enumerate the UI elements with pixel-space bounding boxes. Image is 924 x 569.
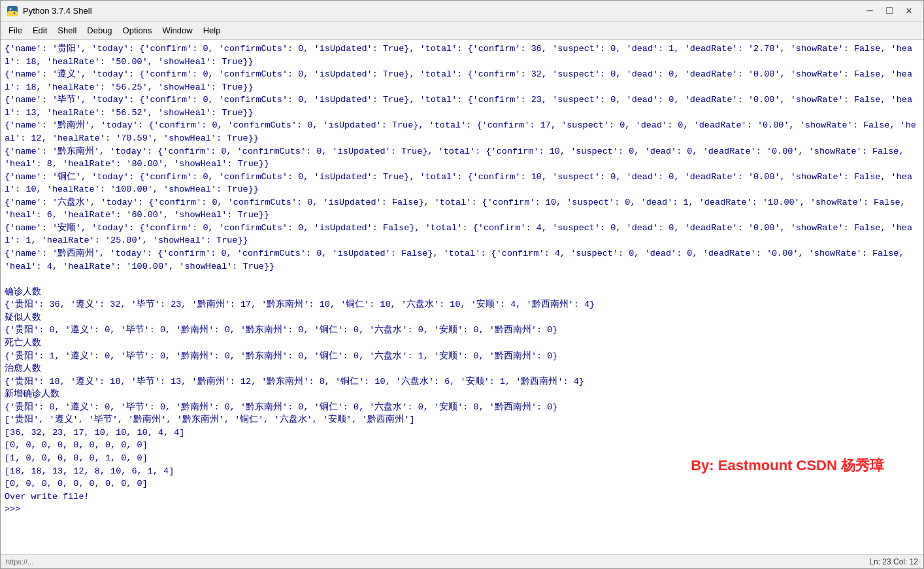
output-line: [0, 0, 0, 0, 0, 0, 0, 0, 0] bbox=[5, 439, 919, 452]
maximize-button[interactable]: □ bbox=[880, 2, 899, 20]
output-line: {'name': '黔南州', 'today': {'confirm': 0, … bbox=[5, 119, 919, 145]
menu-help[interactable]: Help bbox=[198, 24, 226, 37]
output-line: {'name': '毕节', 'today': {'confirm': 0, '… bbox=[5, 94, 919, 119]
menu-shell[interactable]: Shell bbox=[52, 24, 82, 37]
output-line: ['贵阳', '遵义', '毕节', '黔南州', '黔东南州', '铜仁', … bbox=[5, 413, 919, 426]
output-line: 确诊人数 bbox=[5, 286, 919, 299]
output-line: {'name': '铜仁', 'today': {'confirm': 0, '… bbox=[5, 171, 919, 196]
svg-rect-1 bbox=[7, 11, 18, 16]
output-line: >>> bbox=[5, 503, 919, 516]
menu-options[interactable]: Options bbox=[118, 24, 157, 37]
output-line: {'贵阳': 18, '遵义': 18, '毕节': 13, '黔南州': 12… bbox=[5, 375, 919, 388]
status-path: https://... bbox=[6, 558, 859, 566]
output-line: [1, 0, 0, 0, 0, 0, 1, 0, 0] bbox=[5, 452, 919, 465]
output-line: 死亡人数 bbox=[5, 337, 919, 350]
window-controls: — □ ✕ bbox=[861, 2, 918, 20]
window-title: Python 3.7.4 Shell bbox=[23, 6, 861, 16]
cursor-position: Ln: 23 Col: 12 bbox=[869, 557, 918, 566]
output-line: [36, 32, 23, 17, 10, 10, 10, 4, 4] bbox=[5, 426, 919, 440]
output-line: {'name': '六盘水', 'today': {'confirm': 0, … bbox=[5, 196, 919, 222]
minimize-button[interactable]: — bbox=[861, 2, 879, 20]
output-line: {'贵阳': 1, '遵义': 0, '毕节': 0, '黔南州': 0, '黔… bbox=[5, 350, 919, 363]
output-line: {'name': '安顺', 'today': {'confirm': 0, '… bbox=[5, 222, 919, 247]
output-line: {'贵阳': 0, '遵义': 0, '毕节': 0, '黔南州': 0, '黔… bbox=[5, 401, 919, 414]
output-line: [18, 18, 13, 12, 8, 10, 6, 1, 4] bbox=[5, 465, 919, 478]
svg-point-2 bbox=[10, 8, 12, 10]
output-line: {'name': '贵阳', 'today': {'confirm': 0, '… bbox=[5, 43, 919, 68]
output-area[interactable]: {'name': '贵阳', 'today': {'confirm': 0, '… bbox=[1, 40, 923, 554]
status-bar: https://... Ln: 23 Col: 12 bbox=[1, 554, 923, 568]
output-line: {'name': '黔东南州', 'today': {'confirm': 0,… bbox=[5, 145, 919, 171]
menu-bar: File Edit Shell Debug Options Window Hel… bbox=[1, 22, 923, 40]
python-shell-window: Python 3.7.4 Shell — □ ✕ File Edit Shell… bbox=[0, 0, 924, 569]
menu-edit[interactable]: Edit bbox=[27, 24, 52, 37]
menu-file[interactable]: File bbox=[3, 24, 27, 37]
close-button[interactable]: ✕ bbox=[900, 2, 918, 20]
menu-debug[interactable]: Debug bbox=[82, 24, 117, 37]
output-line: [0, 0, 0, 0, 0, 0, 0, 0, 0] bbox=[5, 477, 919, 491]
output-line: {'贵阳': 0, '遵义': 0, '毕节': 0, '黔南州': 0, '黔… bbox=[5, 324, 919, 337]
output-line: {'name': '遵义', 'today': {'confirm': 0, '… bbox=[5, 68, 919, 94]
svg-point-3 bbox=[14, 12, 16, 14]
output-line: 疑似人数 bbox=[5, 311, 919, 324]
output-line: 治愈人数 bbox=[5, 362, 919, 375]
output-line bbox=[5, 273, 919, 286]
output-line: {'贵阳': 36, '遵义': 32, '毕节': 23, '黔南州': 17… bbox=[5, 298, 919, 311]
python-icon bbox=[6, 5, 19, 18]
output-line: {'name': '黔西南州', 'today': {'confirm': 0,… bbox=[5, 247, 919, 273]
title-bar: Python 3.7.4 Shell — □ ✕ bbox=[1, 1, 923, 22]
output-line: 新增确诊人数 bbox=[5, 388, 919, 401]
menu-window[interactable]: Window bbox=[157, 24, 197, 37]
output-line: Over write file! bbox=[5, 491, 919, 504]
shell-content: {'name': '贵阳', 'today': {'confirm': 0, '… bbox=[1, 40, 923, 554]
